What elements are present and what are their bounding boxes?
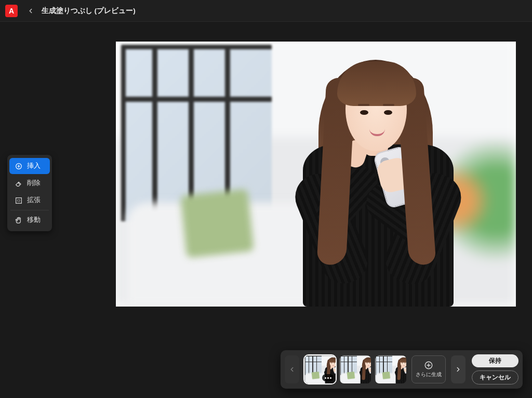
app-header: A 生成塗りつぶし (プレビュー) [0,0,532,22]
tool-move[interactable]: 移動 [9,212,50,228]
back-button[interactable] [24,4,37,18]
keep-button[interactable]: 保持 [472,354,518,367]
preview-image[interactable] [116,42,516,307]
variation-thumb-1[interactable] [304,355,336,383]
variation-thumbnails [304,355,406,383]
tool-insert[interactable]: 挿入 [9,158,50,174]
app-logo: A [5,5,18,17]
expand-icon [15,196,23,205]
tool-label: 挿入 [27,162,41,170]
variation-thumb-2[interactable] [340,355,371,383]
variations-prev-button[interactable] [285,355,299,383]
page-title: 生成塗りつぶし (プレビュー) [42,6,136,16]
variations-next-button[interactable] [451,355,466,383]
variations-bar: さらに生成 保持 キャンセル [281,350,523,389]
tool-label: 削除 [27,179,41,188]
tool-remove[interactable]: 削除 [9,175,50,191]
tool-expand[interactable]: 拡張 [9,192,50,208]
more-icon[interactable] [322,374,334,381]
action-buttons: 保持 キャンセル [472,354,518,384]
svg-rect-1 [16,197,22,203]
variation-thumb-3[interactable] [375,355,406,383]
tool-label: 拡張 [27,196,41,205]
generate-more-label: さらに生成 [416,372,442,378]
eraser-icon [15,179,23,188]
hand-icon [15,216,23,224]
tool-label: 移動 [27,216,41,224]
generate-more-button[interactable]: さらに生成 [411,355,446,383]
insert-icon [15,162,23,170]
tool-panel: 挿入 削除 拡張 移動 [7,155,52,231]
cancel-button[interactable]: キャンセル [472,370,518,384]
tool-divider [10,210,49,210]
